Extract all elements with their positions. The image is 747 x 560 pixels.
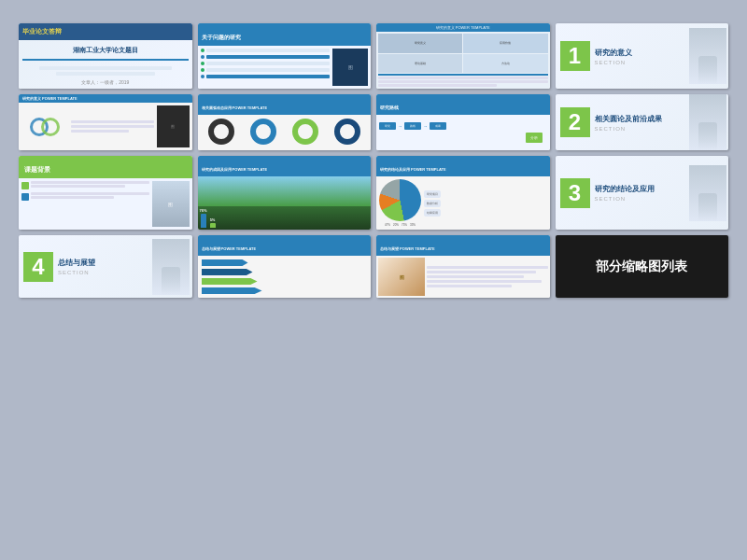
slide13-title: 总结与展望	[58, 258, 147, 268]
slide-8[interactable]: 2 相关圆论及前沿成果 SECTION	[556, 94, 729, 150]
slide11-pct2: 20%	[393, 223, 399, 227]
slide-9[interactable]: 课题背景	[19, 156, 192, 230]
slide-13[interactable]: 4 总结与展望 SECTION	[19, 235, 192, 298]
slide-14[interactable]: 总结与展望 POWER TEMPLATE	[198, 235, 372, 298]
row-3: 课题背景	[19, 156, 728, 230]
slide7-content: 研究 → 路线 → 成果 分析	[376, 115, 550, 150]
slide15-content: 图	[376, 256, 550, 298]
row-1: 毕业论文答辩 湖南工业大学论文题目 文章人：一级者，2019 关于问题的研究	[19, 23, 728, 89]
slide5-header-text: 研究的意义 POWER TEMPLATE	[22, 96, 78, 101]
slide5-venn	[21, 105, 68, 147]
slide11-hexagons: 研究项目 数据分析 结果应用	[424, 190, 441, 217]
slide10-city: 76% 5%	[198, 176, 372, 230]
slide-1[interactable]: 毕业论文答辩 湖南工业大学论文题目 文章人：一级者，2019	[19, 23, 192, 89]
slide4-number: 1	[560, 41, 590, 71]
slide2-header: 关于问题的研究	[198, 23, 372, 46]
slide1-subtitle: 湖南工业大学论文题目	[22, 46, 189, 55]
slide14-header: 总结与展望 POWER TEMPLATE	[198, 235, 372, 256]
slide6-header-text: 相关圆弧动态应用 POWER TEMPLATE	[202, 105, 268, 110]
slide9-header-text: 课题背景	[24, 166, 50, 173]
slide12-number: 3	[560, 178, 590, 208]
slide13-label: SECTION	[58, 270, 147, 275]
slide15-food: 图	[378, 258, 425, 296]
slide11-header: 研究的结论及应用 POWER TEMPLATE	[376, 156, 550, 176]
slide-6[interactable]: 相关圆弧动态应用 POWER TEMPLATE	[198, 94, 372, 150]
slide-4[interactable]: 1 研究的意义 SECTION	[556, 23, 729, 89]
slide4-label: SECTION	[595, 60, 684, 65]
slide13-number: 4	[23, 252, 53, 282]
slide-2[interactable]: 关于问题的研究 图	[198, 23, 372, 89]
slide-11[interactable]: 研究的结论及应用 POWER TEMPLATE 47% 20% 75% 33% …	[376, 156, 550, 230]
slide5-photo: 图	[157, 105, 190, 147]
slide3-header: 研究的意义 POWER TEMPLATE	[376, 23, 550, 32]
slide11-pct1: 47%	[385, 223, 390, 227]
slide5-lines	[71, 105, 154, 147]
slide-12[interactable]: 3 研究的结论及应用 SECTION	[556, 156, 729, 230]
slide2-items	[201, 49, 331, 86]
slide9-content: 图	[19, 178, 192, 230]
slide12-figure	[689, 165, 726, 221]
slide7-analyze: 分析	[526, 133, 543, 143]
slide14-header-text: 总结与展望 POWER TEMPLATE	[202, 246, 257, 251]
slide9-header: 课题背景	[19, 156, 192, 178]
slide3-header-text: 研究的意义 POWER TEMPLATE	[436, 25, 490, 30]
slide10-header: 研究的成因及应用 POWER TEMPLATE	[198, 156, 372, 176]
slide7-header: 研究路线	[376, 94, 550, 115]
slide6-header: 相关圆弧动态应用 POWER TEMPLATE	[198, 94, 372, 115]
slide12-label: SECTION	[595, 196, 684, 202]
slide-15[interactable]: 总结与展望 POWER TEMPLATE 图	[376, 235, 550, 298]
slide-3[interactable]: 研究的意义 POWER TEMPLATE 研究意义 应用价值 理论基础 方法论	[376, 23, 550, 89]
slide8-number: 2	[560, 107, 590, 137]
slide12-title: 研究的结论及应用	[595, 184, 684, 194]
slide5-header: 研究的意义 POWER TEMPLATE	[19, 94, 192, 103]
main-container: 毕业论文答辩 湖南工业大学论文题目 文章人：一级者，2019 关于问题的研究	[9, 14, 738, 546]
slide7-header-text: 研究路线	[380, 105, 399, 110]
slide14-content	[198, 256, 372, 298]
slide1-banner-text: 毕业论文答辩	[22, 27, 62, 36]
slide11-pct4: 33%	[410, 223, 416, 227]
slide11-content: 47% 20% 75% 33% 研究项目 数据分析 结果应用	[376, 176, 550, 230]
slide10-bar2: 5%	[210, 217, 216, 222]
slide15-header: 总结与展望 POWER TEMPLATE	[376, 235, 550, 256]
slide8-label: SECTION	[595, 126, 684, 132]
slide-16[interactable]: 部分缩略图列表	[556, 235, 729, 298]
slide10-bar1: 76%	[200, 208, 207, 213]
slide11-pie	[379, 179, 421, 221]
slide-5[interactable]: 研究的意义 POWER TEMPLATE 图	[19, 94, 192, 150]
slide10-header-text: 研究的成因及应用 POWER TEMPLATE	[202, 167, 268, 172]
slide8-title: 相关圆论及前沿成果	[595, 114, 684, 124]
slide11-header-text: 研究的结论及应用 POWER TEMPLATE	[380, 167, 446, 172]
row-2: 研究的意义 POWER TEMPLATE 图 相关圆弧动态	[19, 94, 728, 150]
slide4-figure	[689, 28, 726, 84]
slide2-header-text: 关于问题的研究	[202, 35, 241, 40]
slide2-figure: 图	[332, 49, 368, 86]
last-item-label: 部分缩略图列表	[591, 254, 692, 280]
slide9-figure: 图	[152, 181, 190, 227]
slide13-figure	[152, 239, 190, 295]
row-4: 4 总结与展望 SECTION 总结与展望 POWER TEMPLATE	[19, 235, 728, 298]
slide-10[interactable]: 研究的成因及应用 POWER TEMPLATE 76% 5%	[198, 156, 372, 230]
slide8-figure	[689, 94, 726, 150]
slide15-header-text: 总结与展望 POWER TEMPLATE	[380, 246, 435, 251]
slide11-pct3: 75%	[402, 223, 407, 227]
slide1-info: 文章人：一级者，2019	[22, 79, 189, 85]
slide-7[interactable]: 研究路线 研究 → 路线 → 成果 分析	[376, 94, 550, 150]
slide15-text	[427, 258, 548, 296]
slide4-title: 研究的意义	[595, 48, 684, 58]
slide6-donuts	[198, 115, 372, 150]
